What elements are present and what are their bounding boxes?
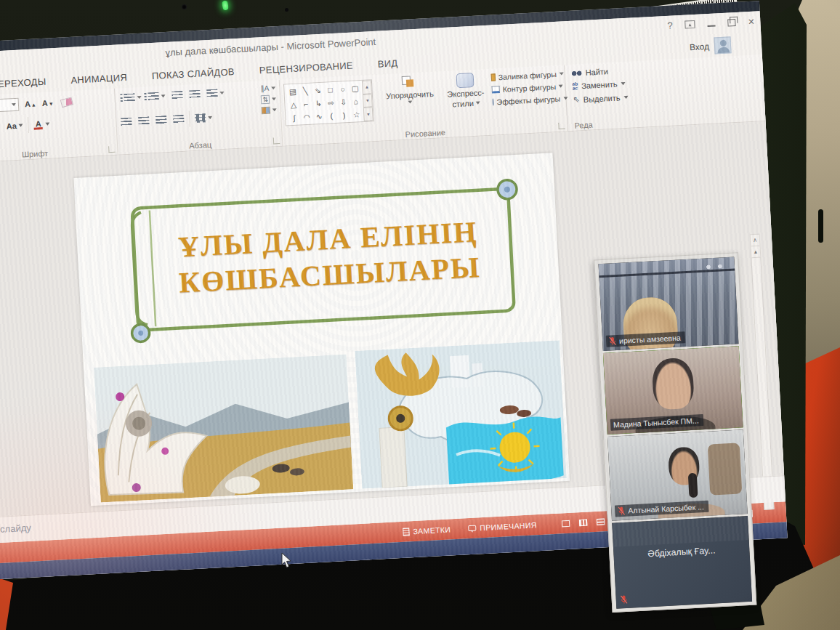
participant-tile[interactable]: иристы амзеевна [599,257,739,351]
line-spacing-icon[interactable] [206,89,218,98]
participant-tile-camera-off[interactable]: Әбдіхалық Ғау... [612,516,752,609]
scroll-up-icon[interactable]: ▴ [362,80,372,94]
comments-icon [468,525,476,532]
chevron-down-icon [272,108,277,111]
font-color-button[interactable]: A [34,120,44,130]
slide-image-kazakhstan-collage[interactable] [355,340,567,488]
ribbon-tab[interactable]: ПЕРЕХОДЫ [0,76,47,89]
shape-fill-button[interactable]: Заливка фигуры [491,69,564,81]
increase-indent-icon[interactable] [189,90,201,100]
notes-toggle-button[interactable]: ЗАМЕТКИ [403,525,451,536]
arrange-icon [402,76,417,89]
shape-gallery-item[interactable]: ( [330,112,333,119]
slide-image-steppe-collage[interactable] [94,355,353,503]
more-shapes-icon[interactable]: ▾ [363,108,373,121]
sign-in[interactable]: Вход [689,36,731,55]
columns-icon[interactable] [195,113,206,123]
quick-styles-icon [456,73,474,88]
chevron-down-icon [559,84,563,87]
participant-tile-active-speaker[interactable]: Мадина Тынысбек ПМ... [603,346,743,435]
dialog-launcher-icon[interactable] [108,146,115,153]
slide-sorter-view-icon[interactable] [578,519,586,526]
shape-gallery-item[interactable]: ) [343,111,346,118]
font-group: А▲ А▼ S abc AV↔ Aa A [0,89,118,163]
ribbon-display-options-icon[interactable] [684,20,695,29]
chevron-down-icon [272,97,276,100]
video-call-panel[interactable]: иристы амзеевна Мадина Тынысбек ПМ... [594,252,756,613]
scroll-down-icon[interactable]: ▾ [363,94,373,108]
chevron-down-icon [161,94,166,97]
smartart-icon [262,107,271,115]
shape-gallery-item[interactable]: ⇘ [315,86,321,94]
normal-view-icon[interactable] [561,520,569,527]
shape-gallery-item[interactable]: ○ [340,85,345,92]
chair [708,443,743,495]
chevron-down-icon [137,96,142,99]
font-size-combo[interactable] [0,98,19,113]
reading-view-icon[interactable] [596,518,604,525]
arrange-button[interactable]: Упорядочить [378,74,442,105]
shape-gallery-item[interactable]: ◠ [303,113,310,121]
help-icon[interactable]: ? [667,20,673,31]
align-left-icon[interactable] [121,118,132,127]
ribbon-tab[interactable]: ПОКАЗ СЛАЙДОВ [152,66,235,81]
clear-formatting-icon[interactable] [60,97,73,108]
account-avatar[interactable] [714,36,731,54]
shape-gallery-item[interactable]: ∿ [316,113,323,120]
shape-effects-button[interactable]: Эффекты фигуры [492,94,565,106]
quick-styles-button[interactable]: Экспресс- стили [442,72,490,109]
shape-gallery-item[interactable]: ☆ [353,110,360,118]
shape-gallery-item[interactable]: ╲ [303,87,308,94]
participant-silhouette [651,358,695,411]
restore-icon[interactable] [727,18,736,26]
ribbon-tab[interactable]: ВИД [377,57,397,69]
font-row-1: А▲ А▼ [0,95,73,115]
comments-toggle-button[interactable]: ПРИМЕЧАНИЯ [468,520,537,533]
align-center-icon[interactable] [138,116,150,126]
shape-gallery-item[interactable]: ⌐ [304,100,309,108]
bezel-hole [285,8,288,12]
change-case-button[interactable]: Aa [7,121,17,131]
shape-gallery-item[interactable]: ∫ [293,114,295,121]
align-text-button[interactable]: ⇅ [261,94,276,104]
quick-styles-label-2: стили [452,99,474,109]
previous-slide-icon[interactable]: ▴ [751,246,761,259]
shape-gallery-item[interactable]: ⌂ [353,97,358,105]
shape-gallery-item[interactable]: ⇨ [328,99,334,106]
shape-gallery-item[interactable]: □ [328,86,333,93]
chevron-down-icon [19,124,23,126]
scroll-up-icon[interactable]: ∧ [751,235,760,247]
shape-gallery-item[interactable]: ▤ [289,88,296,96]
shape-outline-button[interactable]: Контур фигуры [491,81,564,94]
justify-icon[interactable] [173,115,185,124]
dialog-launcher-icon[interactable] [273,137,280,144]
align-right-icon[interactable] [156,116,167,125]
slide-canvas[interactable]: ҰЛЫ ДАЛА ЕЛІНІҢ КӨШБАСШЫЛАРЫ [73,153,570,506]
shape-gallery-item[interactable]: ⇩ [340,98,347,105]
text-direction-button[interactable]: ∥A [260,84,275,92]
bullets-icon[interactable] [124,93,135,102]
notes-icon [403,528,410,536]
shape-gallery-item[interactable]: ▢ [352,84,359,92]
ribbon-tab[interactable]: РЕЦЕНЗИРОВАНИЕ [259,60,353,76]
laptop-screen: ұлы дала көшбасшылары - Microsoft PowerP… [0,1,788,581]
dialog-launcher-icon[interactable] [558,122,565,129]
grow-font-button[interactable]: А▲ [25,99,36,108]
minimize-icon[interactable] [708,25,716,27]
close-icon[interactable]: × [748,15,755,28]
paragraph-row-1 [119,89,224,103]
shape-format-column: Заливка фигуры Контур фигуры Эффекты фиг… [491,69,565,106]
slide-editing-area[interactable]: ҰЛЫ ДАЛА ЕЛІНІҢ КӨШБАСШЫЛАРЫ [0,121,784,518]
shape-gallery-item[interactable]: ↳ [315,100,322,107]
paragraph-row-2 [121,110,213,131]
ribbon-tab[interactable]: АНИМАЦИЯ [70,71,127,85]
smartart-convert-button[interactable] [262,106,277,114]
participant-tile[interactable]: Алтынай Карсыбек ... [607,429,748,521]
select-cursor-icon: ⇖ [573,94,580,104]
numbering-icon[interactable] [148,92,159,102]
chevron-down-icon [12,103,16,106]
vertical-scrollbar[interactable]: ∧ ▴ [750,234,775,510]
decrease-indent-icon[interactable] [171,91,183,100]
shrink-font-button[interactable]: А▼ [41,98,53,108]
shape-gallery-item[interactable]: △ [291,101,297,108]
